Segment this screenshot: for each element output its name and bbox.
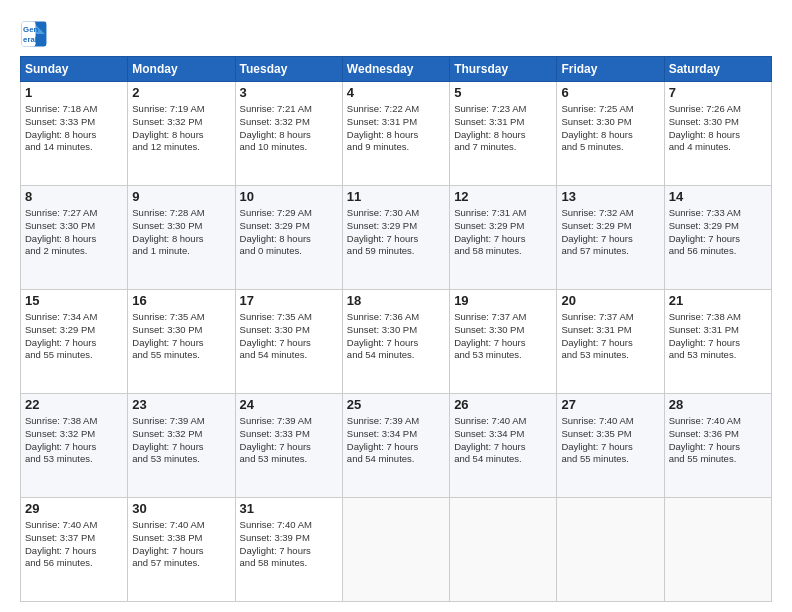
calendar-cell: 10Sunrise: 7:29 AMSunset: 3:29 PMDayligh…	[235, 186, 342, 290]
calendar-cell: 13Sunrise: 7:32 AMSunset: 3:29 PMDayligh…	[557, 186, 664, 290]
day-number: 7	[669, 85, 767, 102]
day-number: 19	[454, 293, 552, 310]
calendar-cell: 20Sunrise: 7:37 AMSunset: 3:31 PMDayligh…	[557, 290, 664, 394]
calendar-cell: 3Sunrise: 7:21 AMSunset: 3:32 PMDaylight…	[235, 82, 342, 186]
day-info: Sunrise: 7:38 AMSunset: 3:31 PMDaylight:…	[669, 311, 767, 362]
calendar-cell: 11Sunrise: 7:30 AMSunset: 3:29 PMDayligh…	[342, 186, 449, 290]
column-header-tuesday: Tuesday	[235, 57, 342, 82]
week-row-3: 15Sunrise: 7:34 AMSunset: 3:29 PMDayligh…	[21, 290, 772, 394]
svg-text:Gen: Gen	[23, 25, 38, 34]
day-number: 16	[132, 293, 230, 310]
day-info: Sunrise: 7:23 AMSunset: 3:31 PMDaylight:…	[454, 103, 552, 154]
day-info: Sunrise: 7:18 AMSunset: 3:33 PMDaylight:…	[25, 103, 123, 154]
column-header-sunday: Sunday	[21, 57, 128, 82]
day-number: 26	[454, 397, 552, 414]
calendar-cell: 6Sunrise: 7:25 AMSunset: 3:30 PMDaylight…	[557, 82, 664, 186]
day-number: 4	[347, 85, 445, 102]
calendar-cell: 21Sunrise: 7:38 AMSunset: 3:31 PMDayligh…	[664, 290, 771, 394]
svg-text:eral: eral	[23, 35, 37, 44]
day-number: 9	[132, 189, 230, 206]
column-header-monday: Monday	[128, 57, 235, 82]
day-info: Sunrise: 7:22 AMSunset: 3:31 PMDaylight:…	[347, 103, 445, 154]
calendar-cell: 19Sunrise: 7:37 AMSunset: 3:30 PMDayligh…	[450, 290, 557, 394]
week-row-1: 1Sunrise: 7:18 AMSunset: 3:33 PMDaylight…	[21, 82, 772, 186]
calendar-cell	[342, 498, 449, 602]
logo: Gen eral	[20, 20, 52, 48]
calendar-cell: 15Sunrise: 7:34 AMSunset: 3:29 PMDayligh…	[21, 290, 128, 394]
day-info: Sunrise: 7:27 AMSunset: 3:30 PMDaylight:…	[25, 207, 123, 258]
calendar-cell	[664, 498, 771, 602]
calendar-table: SundayMondayTuesdayWednesdayThursdayFrid…	[20, 56, 772, 602]
day-number: 12	[454, 189, 552, 206]
calendar-cell: 28Sunrise: 7:40 AMSunset: 3:36 PMDayligh…	[664, 394, 771, 498]
calendar-cell: 1Sunrise: 7:18 AMSunset: 3:33 PMDaylight…	[21, 82, 128, 186]
day-info: Sunrise: 7:39 AMSunset: 3:33 PMDaylight:…	[240, 415, 338, 466]
day-number: 14	[669, 189, 767, 206]
day-info: Sunrise: 7:32 AMSunset: 3:29 PMDaylight:…	[561, 207, 659, 258]
day-number: 28	[669, 397, 767, 414]
day-info: Sunrise: 7:31 AMSunset: 3:29 PMDaylight:…	[454, 207, 552, 258]
calendar-cell: 16Sunrise: 7:35 AMSunset: 3:30 PMDayligh…	[128, 290, 235, 394]
day-info: Sunrise: 7:37 AMSunset: 3:30 PMDaylight:…	[454, 311, 552, 362]
day-number: 15	[25, 293, 123, 310]
calendar-cell: 2Sunrise: 7:19 AMSunset: 3:32 PMDaylight…	[128, 82, 235, 186]
day-info: Sunrise: 7:40 AMSunset: 3:35 PMDaylight:…	[561, 415, 659, 466]
day-info: Sunrise: 7:39 AMSunset: 3:34 PMDaylight:…	[347, 415, 445, 466]
day-info: Sunrise: 7:21 AMSunset: 3:32 PMDaylight:…	[240, 103, 338, 154]
week-row-5: 29Sunrise: 7:40 AMSunset: 3:37 PMDayligh…	[21, 498, 772, 602]
day-info: Sunrise: 7:40 AMSunset: 3:37 PMDaylight:…	[25, 519, 123, 570]
day-number: 30	[132, 501, 230, 518]
calendar-cell: 29Sunrise: 7:40 AMSunset: 3:37 PMDayligh…	[21, 498, 128, 602]
day-number: 13	[561, 189, 659, 206]
day-info: Sunrise: 7:38 AMSunset: 3:32 PMDaylight:…	[25, 415, 123, 466]
calendar-cell: 4Sunrise: 7:22 AMSunset: 3:31 PMDaylight…	[342, 82, 449, 186]
week-row-2: 8Sunrise: 7:27 AMSunset: 3:30 PMDaylight…	[21, 186, 772, 290]
calendar-cell: 17Sunrise: 7:35 AMSunset: 3:30 PMDayligh…	[235, 290, 342, 394]
day-number: 17	[240, 293, 338, 310]
day-number: 21	[669, 293, 767, 310]
day-info: Sunrise: 7:33 AMSunset: 3:29 PMDaylight:…	[669, 207, 767, 258]
calendar-cell: 31Sunrise: 7:40 AMSunset: 3:39 PMDayligh…	[235, 498, 342, 602]
day-info: Sunrise: 7:39 AMSunset: 3:32 PMDaylight:…	[132, 415, 230, 466]
day-info: Sunrise: 7:19 AMSunset: 3:32 PMDaylight:…	[132, 103, 230, 154]
calendar-cell: 25Sunrise: 7:39 AMSunset: 3:34 PMDayligh…	[342, 394, 449, 498]
calendar-cell: 8Sunrise: 7:27 AMSunset: 3:30 PMDaylight…	[21, 186, 128, 290]
day-number: 8	[25, 189, 123, 206]
header: Gen eral	[20, 16, 772, 48]
day-number: 3	[240, 85, 338, 102]
calendar-cell: 14Sunrise: 7:33 AMSunset: 3:29 PMDayligh…	[664, 186, 771, 290]
day-number: 5	[454, 85, 552, 102]
day-info: Sunrise: 7:36 AMSunset: 3:30 PMDaylight:…	[347, 311, 445, 362]
day-info: Sunrise: 7:35 AMSunset: 3:30 PMDaylight:…	[240, 311, 338, 362]
calendar-cell: 5Sunrise: 7:23 AMSunset: 3:31 PMDaylight…	[450, 82, 557, 186]
calendar-cell: 7Sunrise: 7:26 AMSunset: 3:30 PMDaylight…	[664, 82, 771, 186]
week-row-4: 22Sunrise: 7:38 AMSunset: 3:32 PMDayligh…	[21, 394, 772, 498]
day-info: Sunrise: 7:40 AMSunset: 3:39 PMDaylight:…	[240, 519, 338, 570]
day-number: 25	[347, 397, 445, 414]
day-info: Sunrise: 7:40 AMSunset: 3:34 PMDaylight:…	[454, 415, 552, 466]
day-number: 29	[25, 501, 123, 518]
day-info: Sunrise: 7:34 AMSunset: 3:29 PMDaylight:…	[25, 311, 123, 362]
day-number: 24	[240, 397, 338, 414]
day-number: 10	[240, 189, 338, 206]
day-info: Sunrise: 7:30 AMSunset: 3:29 PMDaylight:…	[347, 207, 445, 258]
calendar-header-row: SundayMondayTuesdayWednesdayThursdayFrid…	[21, 57, 772, 82]
day-number: 11	[347, 189, 445, 206]
calendar-cell: 9Sunrise: 7:28 AMSunset: 3:30 PMDaylight…	[128, 186, 235, 290]
calendar-cell	[450, 498, 557, 602]
calendar-cell: 22Sunrise: 7:38 AMSunset: 3:32 PMDayligh…	[21, 394, 128, 498]
day-info: Sunrise: 7:37 AMSunset: 3:31 PMDaylight:…	[561, 311, 659, 362]
day-info: Sunrise: 7:28 AMSunset: 3:30 PMDaylight:…	[132, 207, 230, 258]
column-header-saturday: Saturday	[664, 57, 771, 82]
calendar-cell: 23Sunrise: 7:39 AMSunset: 3:32 PMDayligh…	[128, 394, 235, 498]
calendar-cell: 26Sunrise: 7:40 AMSunset: 3:34 PMDayligh…	[450, 394, 557, 498]
column-header-wednesday: Wednesday	[342, 57, 449, 82]
calendar-cell: 27Sunrise: 7:40 AMSunset: 3:35 PMDayligh…	[557, 394, 664, 498]
day-number: 27	[561, 397, 659, 414]
calendar-cell: 30Sunrise: 7:40 AMSunset: 3:38 PMDayligh…	[128, 498, 235, 602]
logo-icon: Gen eral	[20, 20, 48, 48]
column-header-friday: Friday	[557, 57, 664, 82]
day-number: 18	[347, 293, 445, 310]
calendar-cell: 18Sunrise: 7:36 AMSunset: 3:30 PMDayligh…	[342, 290, 449, 394]
calendar-cell: 24Sunrise: 7:39 AMSunset: 3:33 PMDayligh…	[235, 394, 342, 498]
